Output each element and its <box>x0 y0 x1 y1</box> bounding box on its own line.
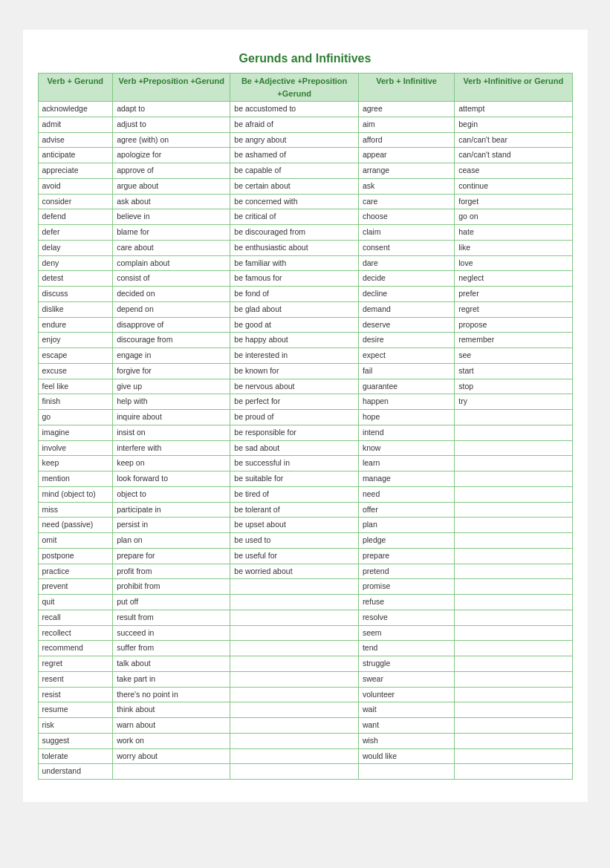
table-cell: arrange <box>358 163 454 179</box>
table-cell: be used to <box>230 533 359 549</box>
table-cell: tend <box>358 641 454 656</box>
table-cell: agree (with) on <box>113 132 230 148</box>
table-cell <box>230 687 359 702</box>
table-cell <box>455 764 572 780</box>
table-cell: hope <box>358 410 454 425</box>
table-cell: begin <box>455 117 572 132</box>
table-row: recallresult fromresolve <box>38 610 572 625</box>
table-row: enduredisapprove ofbe good atdeserveprop… <box>38 317 572 333</box>
table-row: delaycare aboutbe enthusiastic aboutcons… <box>38 240 572 255</box>
table-cell: go <box>38 410 113 425</box>
table-cell <box>230 656 359 672</box>
table-cell: happen <box>358 394 454 410</box>
table-row: resumethink aboutwait <box>38 702 572 718</box>
table-cell: be famous for <box>230 271 359 287</box>
table-cell <box>230 764 359 780</box>
table-cell: prepare for <box>113 548 230 564</box>
table-row: appreciateapprove ofbe capable ofarrange… <box>38 163 572 179</box>
header-col3: Be +Adjective +Preposition +Gerund <box>230 74 359 102</box>
table-cell: be interested in <box>230 348 359 364</box>
table-cell: omit <box>38 533 113 549</box>
table-cell: be sad about <box>230 440 359 456</box>
table-cell: deny <box>38 255 113 271</box>
table-cell: be fond of <box>230 287 359 302</box>
header-col1: Verb + Gerund <box>38 74 113 102</box>
table-cell: fail <box>358 363 454 379</box>
table-cell: mind (object to) <box>38 486 113 502</box>
header-col5: Verb +Infinitive or Gerund <box>455 74 572 102</box>
table-row: admitadjust tobe afraid ofaimbegin <box>38 117 572 132</box>
table-cell: be suitable for <box>230 471 359 487</box>
table-cell: regret <box>455 301 572 317</box>
table-cell: be critical of <box>230 209 359 225</box>
table-cell <box>455 610 572 625</box>
table-cell: wait <box>358 702 454 718</box>
table-cell: desire <box>358 333 454 348</box>
table-row: regrettalk aboutstruggle <box>38 656 572 672</box>
table-cell: expect <box>358 348 454 364</box>
table-cell: promise <box>358 579 454 595</box>
table-cell: appreciate <box>38 163 113 179</box>
table-cell: be nervous about <box>230 379 359 394</box>
table-cell <box>230 748 359 764</box>
table-cell: miss <box>38 502 113 518</box>
table-cell: persist in <box>113 518 230 533</box>
table-cell: adapt to <box>113 102 230 117</box>
table-cell <box>455 502 572 518</box>
table-cell: seem <box>358 625 454 641</box>
table-cell: forget <box>455 194 572 209</box>
table-cell: complain about <box>113 255 230 271</box>
header-col2: Verb +Preposition +Gerund <box>113 74 230 102</box>
table-cell: suffer from <box>113 641 230 656</box>
table-cell: pledge <box>358 533 454 549</box>
table-cell: remember <box>455 333 572 348</box>
table-cell: be accustomed to <box>230 102 359 117</box>
table-cell: talk about <box>113 656 230 672</box>
table-cell: admit <box>38 117 113 132</box>
table-cell: be responsible for <box>230 425 359 440</box>
table-cell: consent <box>358 240 454 255</box>
table-cell: inquire about <box>113 410 230 425</box>
table-row: postponeprepare forbe useful forprepare <box>38 548 572 564</box>
table-cell <box>230 671 359 687</box>
table-cell: deserve <box>358 317 454 333</box>
table-cell: be afraid of <box>230 117 359 132</box>
table-cell: need <box>358 486 454 502</box>
table-cell: be certain about <box>230 178 359 194</box>
table-cell: like <box>455 240 572 255</box>
table-cell: object to <box>113 486 230 502</box>
table-cell <box>455 656 572 672</box>
table-cell <box>455 533 572 549</box>
table-cell: propose <box>455 317 572 333</box>
table-cell: continue <box>455 178 572 194</box>
table-cell <box>455 471 572 487</box>
table-cell: intend <box>358 425 454 440</box>
table-cell <box>455 625 572 641</box>
table-cell: enjoy <box>38 333 113 348</box>
table-row: denycomplain aboutbe familiar withdarelo… <box>38 255 572 271</box>
table-cell: be good at <box>230 317 359 333</box>
table-cell: defer <box>38 225 113 241</box>
page-title: Gerunds and Infinitives <box>38 52 573 65</box>
table-cell: understand <box>38 764 113 780</box>
table-cell: resolve <box>358 610 454 625</box>
table-cell: discuss <box>38 287 113 302</box>
table-cell: hate <box>455 225 572 241</box>
table-row: imagineinsist onbe responsible forintend <box>38 425 572 440</box>
table-cell: consider <box>38 194 113 209</box>
table-row: avoidargue aboutbe certain aboutaskconti… <box>38 178 572 194</box>
table-cell: postpone <box>38 548 113 564</box>
table-cell: prepare <box>358 548 454 564</box>
table-cell: endure <box>38 317 113 333</box>
table-row: riskwarn aboutwant <box>38 718 572 734</box>
table-cell: volunteer <box>358 687 454 702</box>
table-row: practiceprofit frombe worried aboutprete… <box>38 564 572 579</box>
table-cell <box>455 440 572 456</box>
table-cell: finish <box>38 394 113 410</box>
table-cell: help with <box>113 394 230 410</box>
table-cell: appear <box>358 148 454 163</box>
table-cell <box>455 410 572 425</box>
main-table: Verb + Gerund Verb +Preposition +Gerund … <box>38 73 573 780</box>
table-cell: choose <box>358 209 454 225</box>
table-cell: be glad about <box>230 301 359 317</box>
